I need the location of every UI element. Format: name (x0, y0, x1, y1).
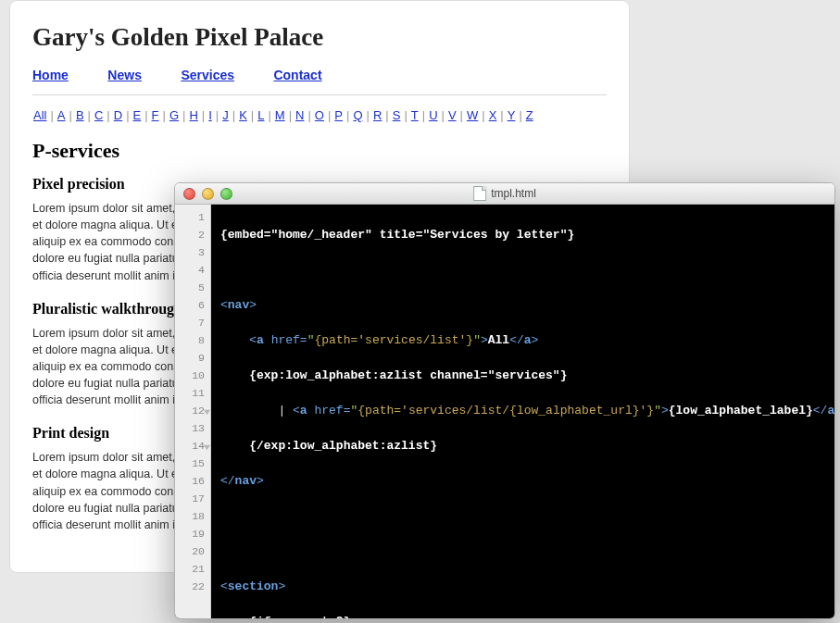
az-separator: | (401, 108, 409, 122)
code-editor-window: tmpl.html 123456789101112131415161718192… (174, 182, 835, 619)
window-title: tmpl.html (473, 186, 536, 201)
az-link-r[interactable]: R (372, 108, 382, 122)
az-link-z[interactable]: Z (525, 108, 534, 122)
az-separator: | (439, 108, 447, 122)
az-separator: | (516, 108, 524, 122)
az-separator: | (382, 108, 391, 122)
az-link-f[interactable]: F (151, 108, 160, 122)
az-link-c[interactable]: C (94, 108, 104, 122)
line-number: 8 (175, 331, 210, 349)
svg-marker-1 (204, 445, 210, 450)
line-number: 20 (175, 542, 210, 560)
nav-home[interactable]: Home (32, 68, 69, 82)
az-separator: | (344, 108, 352, 122)
az-link-u[interactable]: U (428, 108, 438, 122)
az-link-e[interactable]: E (132, 108, 143, 122)
az-link-t[interactable]: T (410, 108, 420, 122)
line-number: 10 (175, 367, 210, 384)
window-titlebar[interactable]: tmpl.html (175, 183, 834, 205)
line-number: 7 (175, 314, 210, 331)
fold-marker-icon[interactable] (203, 405, 211, 413)
line-number: 19 (175, 525, 210, 542)
traffic-lights (175, 188, 232, 200)
line-number: 18 (175, 507, 210, 525)
az-link-d[interactable]: D (113, 108, 123, 122)
az-separator: | (265, 108, 273, 122)
line-number: 14 (175, 437, 210, 455)
az-separator: | (47, 108, 56, 122)
az-separator: | (160, 108, 169, 122)
code-area[interactable]: {embed="home/_header" title="Services by… (211, 205, 834, 619)
az-separator: | (248, 108, 257, 122)
az-link-w[interactable]: W (466, 108, 479, 122)
az-separator: | (142, 108, 150, 122)
line-number: 11 (175, 384, 210, 402)
nav-news[interactable]: News (107, 68, 142, 82)
line-number: 13 (175, 419, 210, 437)
file-icon (473, 186, 486, 201)
close-icon[interactable] (183, 188, 195, 200)
az-separator: | (85, 108, 94, 122)
filename: tmpl.html (491, 187, 536, 200)
az-separator: | (199, 108, 207, 122)
main-nav: Home News Services Contact (32, 67, 607, 83)
az-link-p[interactable]: P (333, 108, 344, 122)
az-link-x[interactable]: X (488, 108, 498, 122)
az-separator: | (213, 108, 221, 122)
line-number: 4 (175, 261, 210, 279)
line-number: 16 (175, 472, 210, 490)
line-number: 9 (175, 349, 210, 367)
az-link-b[interactable]: B (75, 108, 85, 122)
line-number: 12 (175, 402, 210, 419)
az-separator: | (230, 108, 238, 122)
az-separator: | (104, 108, 112, 122)
line-number: 22 (175, 578, 210, 595)
line-number: 3 (175, 243, 210, 261)
line-number: 21 (175, 560, 210, 578)
az-separator: | (420, 108, 428, 122)
az-link-n[interactable]: N (295, 108, 305, 122)
az-link-k[interactable]: K (238, 108, 248, 122)
az-separator: | (479, 108, 487, 122)
line-number: 1 (175, 208, 210, 226)
site-title: Gary's Golden Pixel Palace (32, 23, 607, 52)
az-separator: | (286, 108, 295, 122)
az-link-m[interactable]: M (274, 108, 286, 122)
az-link-o[interactable]: O (314, 108, 325, 122)
az-separator: | (497, 108, 506, 122)
svg-marker-0 (204, 410, 210, 415)
az-separator: | (458, 108, 466, 122)
az-separator: | (325, 108, 333, 122)
az-link-v[interactable]: V (447, 108, 458, 122)
az-link-a[interactable]: A (56, 108, 67, 122)
nav-contact[interactable]: Contact (273, 68, 321, 82)
az-link-j[interactable]: J (221, 108, 230, 122)
line-number: 15 (175, 455, 210, 472)
az-link-all[interactable]: All (32, 108, 47, 122)
line-number: 5 (175, 279, 210, 296)
zoom-icon[interactable] (220, 188, 232, 200)
line-gutter: 12345678910111213141516171819202122 (175, 205, 211, 619)
az-link-y[interactable]: Y (507, 108, 517, 122)
az-link-s[interactable]: S (392, 108, 402, 122)
az-separator: | (67, 108, 75, 122)
divider (32, 94, 607, 95)
line-number: 17 (175, 490, 210, 507)
az-link-q[interactable]: Q (352, 108, 363, 122)
az-separator: | (364, 108, 372, 122)
fold-marker-icon[interactable] (203, 440, 211, 448)
minimize-icon[interactable] (202, 188, 214, 200)
az-link-h[interactable]: H (188, 108, 198, 122)
az-separator: | (123, 108, 132, 122)
nav-services[interactable]: Services (181, 68, 234, 82)
line-number: 2 (175, 226, 210, 243)
editor-body: 12345678910111213141516171819202122 {emb… (175, 205, 834, 619)
az-link-g[interactable]: G (169, 108, 180, 122)
section-heading: P-services (32, 139, 607, 163)
az-separator: | (305, 108, 313, 122)
line-number: 6 (175, 296, 210, 314)
alphabet-nav: All|A|B|C|D|E|F|G|H|I|J|K|L|M|N|O|P|Q|R|… (32, 108, 607, 122)
